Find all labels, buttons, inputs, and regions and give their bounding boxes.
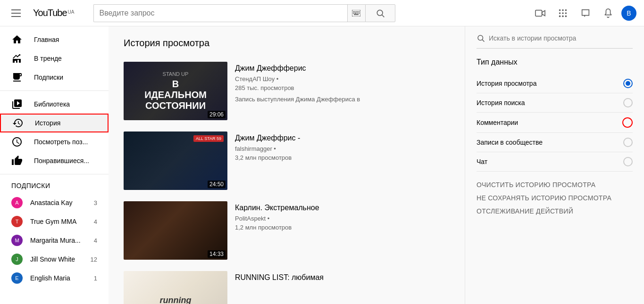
sidebar-liked-label: Понравившиеся...: [34, 157, 89, 164]
duration-0: 29:06: [208, 111, 226, 118]
sub-name-jill: Jill Snow White: [30, 255, 83, 263]
header-right: В: [531, 4, 636, 23]
trending-icon: [11, 53, 23, 64]
clear-history-link[interactable]: ОЧИСТИТЬ ИСТОРИЮ ПРОСМОТРА: [477, 181, 633, 189]
header-left: YouTubeUA: [8, 6, 75, 21]
sub-avatar-jill: J: [11, 254, 23, 265]
search-input[interactable]: [93, 4, 347, 22]
video-title-0: Джим Джеффферис: [235, 64, 450, 74]
messages-button[interactable]: [576, 4, 595, 23]
sidebar-subscriptions-label: Подписки: [34, 74, 63, 81]
video-title-1: Джим Джеффрис -: [235, 133, 450, 143]
svg-point-18: [562, 9, 564, 11]
duration-1: 24:50: [208, 181, 226, 188]
menu-button[interactable]: [8, 6, 25, 21]
thumbnail-3: running: [124, 271, 227, 304]
video-info-2: Карлин. Экстремальное PolitAspekt • 1,2 …: [235, 201, 450, 235]
svg-line-27: [482, 40, 484, 41]
tracking-link[interactable]: ОТСЛЕЖИВАНИЕ ДЕЙСТВИЙ: [477, 207, 633, 215]
sidebar-item-trending[interactable]: В тренде: [0, 49, 109, 68]
filter-item-1: История поиска: [477, 93, 633, 113]
sidebar-item-subscriptions[interactable]: Подписки: [0, 68, 109, 87]
subscriptions-section-title: ПОДПИСКИ: [0, 178, 109, 193]
sub-count-truegym: 4: [94, 218, 97, 225]
pause-history-link[interactable]: НЕ СОХРАНЯТЬ ИСТОРИЮ ПРОСМОТРА: [477, 194, 633, 202]
search-history-bar: [477, 34, 633, 49]
sub-item-margarita[interactable]: M Margarita Mura... 4: [0, 231, 109, 250]
sidebar-item-library[interactable]: Библиотека: [0, 95, 109, 114]
sidebar-item-home[interactable]: Главная: [0, 30, 109, 49]
thumbnail-0: STAND UP ВИДЕАЛЬНОМСОСТОЯНИИ Часть 1 29:…: [124, 62, 227, 120]
sub-avatar-anastacia: A: [11, 197, 23, 208]
video-views-0: 285 тыс. просмотров: [235, 84, 450, 91]
video-item-3[interactable]: running RUNNING LIST: любимая: [124, 267, 450, 304]
sub-name-truegym: True Gym MMA: [30, 218, 86, 225]
logo-country: UA: [68, 9, 75, 15]
sub-item-english-maria[interactable]: E English Maria 1: [0, 269, 109, 288]
camera-icon: [535, 8, 545, 18]
sidebar-trending-label: В тренде: [34, 55, 62, 62]
video-info-1: Джим Джеффрис - falshirmagger • 3,2 млн …: [235, 131, 450, 165]
svg-point-25: [565, 15, 567, 17]
sidebar-item-watch-later[interactable]: Посмотреть поз...: [0, 132, 109, 151]
radio-search-history[interactable]: [623, 98, 633, 107]
sub-item-truegym[interactable]: T True Gym MMA 4: [0, 212, 109, 231]
search-button[interactable]: [365, 4, 395, 22]
header: YouTubeUA: [0, 0, 644, 26]
apps-icon: [558, 8, 568, 18]
video-channel-1: falshirmagger •: [235, 145, 450, 152]
sub-avatar-margarita: M: [11, 235, 23, 246]
duration-2: 14:33: [208, 250, 226, 258]
radio-comments[interactable]: [622, 117, 633, 128]
sidebar-divider-2: [0, 174, 109, 174]
video-title-3: RUNNING LIST: любимая: [235, 273, 450, 283]
logo-text: YouTube: [33, 8, 67, 18]
svg-point-13: [377, 10, 383, 16]
svg-line-14: [382, 15, 384, 17]
filter-label-1: История поиска: [477, 99, 525, 107]
library-icon: [11, 99, 23, 110]
notifications-button[interactable]: [599, 4, 618, 23]
svg-rect-7: [359, 11, 360, 12]
apps-button[interactable]: [553, 4, 572, 23]
svg-point-23: [559, 15, 561, 17]
sidebar-item-liked[interactable]: Понравившиеся...: [0, 151, 109, 170]
svg-rect-11: [359, 13, 360, 14]
create-video-button[interactable]: [531, 4, 550, 23]
radio-watch-history[interactable]: [623, 79, 633, 88]
history-icon: [12, 117, 24, 129]
radio-chat[interactable]: [623, 157, 633, 166]
sub-item-jill[interactable]: J Jill Snow White 12: [0, 250, 109, 269]
search-history-input[interactable]: [489, 34, 633, 42]
video-item-1[interactable]: ALL STAR 59 24:50 Джим Джеффрис - falshi…: [124, 128, 450, 194]
sidebar-item-history[interactable]: История: [0, 114, 109, 132]
video-item-0[interactable]: STAND UP ВИДЕАЛЬНОМСОСТОЯНИИ Часть 1 29:…: [124, 58, 450, 124]
video-item-2[interactable]: 14:33 Карлин. Экстремальное PolitAspekt …: [124, 197, 450, 263]
keyboard-icon[interactable]: [347, 4, 365, 22]
video-list: STAND UP ВИДЕАЛЬНОМСОСТОЯНИИ Часть 1 29:…: [124, 58, 450, 304]
svg-point-26: [478, 35, 483, 41]
sidebar-watch-later-label: Посмотреть поз...: [34, 138, 88, 146]
svg-rect-5: [356, 11, 357, 12]
filter-title: Тип данных: [477, 58, 633, 66]
sidebar: Главная В тренде Подписки Библиотека: [0, 26, 109, 304]
video-desc-0: Запись выступления Джима Джеффериса в: [235, 95, 450, 104]
avatar[interactable]: В: [621, 6, 636, 21]
filter-item-4: Чат: [477, 152, 633, 172]
video-views-2: 1,2 млн просмотров: [235, 224, 450, 231]
video-channel-0: СтендАП Шоу •: [235, 75, 450, 82]
svg-rect-9: [354, 13, 357, 14]
watch-later-icon: [11, 136, 23, 148]
video-info-3: RUNNING LIST: любимая: [235, 271, 450, 285]
svg-rect-12: [354, 14, 359, 15]
sub-item-anastacia[interactable]: A Anastacia Kay 3: [0, 193, 109, 212]
action-links: ОЧИСТИТЬ ИСТОРИЮ ПРОСМОТРА НЕ СОХРАНЯТЬ …: [477, 181, 633, 215]
radio-community[interactable]: [623, 138, 633, 147]
logo[interactable]: YouTubeUA: [32, 8, 75, 18]
video-views-1: 3,2 млн просмотров: [235, 154, 450, 161]
filter-label-0: История просмотра: [477, 80, 536, 87]
sub-name-anastacia: Anastacia Kay: [30, 199, 86, 206]
svg-point-17: [559, 9, 561, 11]
video-channel-2: PolitAspekt •: [235, 215, 450, 222]
svg-marker-16: [542, 10, 545, 16]
